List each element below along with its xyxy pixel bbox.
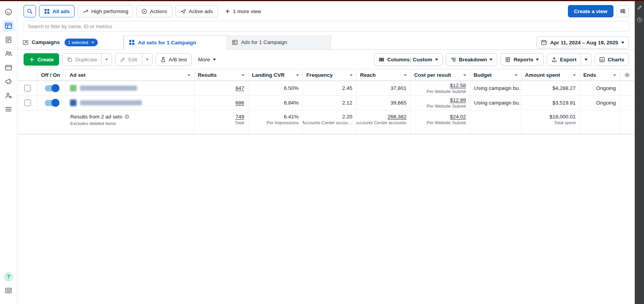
help-icon[interactable]: ? [3, 271, 14, 282]
breakdown-button[interactable]: Breakdown [446, 53, 498, 66]
history-clock-icon[interactable] [636, 17, 643, 23]
adsets-table: Off / On Ad set Results Landing CVR Freq… [18, 69, 635, 134]
cost-link[interactable]: $12.58 [450, 83, 466, 88]
table-header-row: Off / On Ad set Results Landing CVR Freq… [18, 69, 635, 81]
column-header-cost-per-result[interactable]: Cost per result [411, 69, 470, 81]
adset-name-cell[interactable] [66, 96, 194, 110]
sort-caret-icon [296, 74, 299, 76]
clear-selection-icon[interactable]: × [91, 40, 94, 45]
edit-dropdown-button[interactable] [142, 53, 153, 66]
account-smiley-icon[interactable] [3, 6, 14, 18]
charts-label: Charts [608, 57, 624, 62]
adset-name-redacted [80, 86, 137, 91]
edit-split: Edit [115, 53, 152, 66]
sort-caret-icon [241, 74, 245, 76]
account-settings-person-icon[interactable] [3, 90, 14, 101]
ads-manager-table-icon[interactable] [3, 20, 14, 32]
cost-link[interactable]: $12.89 [450, 97, 466, 103]
edit-panel-pencil-icon[interactable] [636, 4, 643, 11]
tab-ad-sets[interactable]: Ad sets for 1 Campaign [124, 35, 227, 50]
audiences-people-icon[interactable] [3, 48, 14, 59]
amount-spent-cell: $3,519.91 [522, 96, 580, 110]
column-header-landing-cvr[interactable]: Landing CVR [248, 69, 303, 81]
more-views-button[interactable]: 1 more view [221, 5, 265, 17]
sort-caret-icon [463, 74, 466, 76]
news-icon[interactable] [3, 285, 14, 296]
column-header-reach[interactable]: Reach [357, 69, 411, 81]
promotions-megaphone-icon[interactable] [3, 76, 14, 87]
summary-results-cell: 749 Total [194, 110, 248, 134]
charts-button[interactable]: Charts [595, 53, 629, 66]
view-pill-active-ads[interactable]: Active ads [175, 5, 218, 17]
summary-cost-link[interactable]: $24.02 [450, 114, 466, 120]
date-range-picker[interactable]: Apr 11, 2024 – Aug 19, 2025 [536, 36, 629, 49]
column-header-frequency[interactable]: Frequency [303, 69, 357, 81]
views-bar: All ads High performing Actions Active a… [18, 1, 635, 21]
frequency-cell: 2.12 [303, 96, 357, 110]
selected-count-badge[interactable]: 1 selected × [65, 39, 98, 46]
summary-spent-cell: $18,000.01 Total spent [522, 110, 580, 134]
column-header-ad-set[interactable]: Ad set [66, 69, 194, 81]
more-views-label: 1 more view [233, 8, 261, 14]
report-icon [505, 57, 511, 62]
header-select-all[interactable] [18, 69, 37, 81]
filter-search-input[interactable] [24, 21, 629, 32]
adset-toggle[interactable] [45, 85, 59, 91]
more-button[interactable]: More [195, 53, 219, 66]
create-view-button[interactable]: Create a view [568, 5, 613, 17]
sort-caret-icon [187, 74, 190, 76]
edit-button[interactable]: Edit [115, 53, 142, 66]
duplicate-button[interactable]: Duplicate [62, 53, 102, 66]
create-button[interactable]: Create [24, 53, 59, 66]
row-checkbox[interactable] [24, 85, 31, 91]
export-dropdown-button[interactable] [581, 53, 591, 66]
results-link[interactable]: 847 [235, 85, 244, 91]
results-cell: 847 [194, 81, 248, 96]
summary-ends-cell [580, 110, 620, 134]
export-button[interactable]: Export [547, 53, 581, 66]
breakdown-icon [450, 57, 456, 62]
right-panel-strip [635, 1, 644, 304]
billing-card-icon[interactable] [3, 62, 14, 73]
create-label: Create [37, 57, 54, 62]
summary-results-sub: Total [235, 120, 244, 125]
column-header-amount-spent[interactable]: Amount spent [522, 69, 580, 81]
summary-reach-link[interactable]: 266,382 [387, 114, 406, 120]
adset-name-cell[interactable] [66, 81, 194, 96]
view-settings-button[interactable] [617, 5, 629, 17]
ab-test-button[interactable]: A/B test [156, 53, 192, 66]
column-header-ends[interactable]: Ends [580, 69, 620, 81]
help-glyph: ? [4, 272, 14, 282]
breakdown-label: Breakdown [459, 57, 487, 62]
send-icon [180, 8, 186, 14]
column-settings-button[interactable] [620, 69, 634, 81]
level-tabs: Campaigns 1 selected × Ad sets for 1 Cam… [18, 35, 635, 50]
duplicate-dropdown-button[interactable] [102, 53, 112, 66]
info-icon[interactable] [124, 114, 129, 119]
tab-campaigns[interactable]: Campaigns 1 selected × [18, 35, 124, 49]
tab-ads[interactable]: Ads for 1 Campaign [227, 35, 331, 49]
search-button[interactable] [24, 5, 36, 17]
search-icon [27, 8, 33, 14]
view-pill-label: Actions [150, 8, 167, 14]
view-pill-actions[interactable]: Actions [136, 5, 172, 17]
date-range-label: Apr 11, 2024 – Aug 19, 2025 [550, 40, 618, 46]
duplicate-split: Duplicate [62, 53, 112, 66]
column-header-budget[interactable]: Budget [470, 69, 522, 81]
export-icon [551, 57, 557, 62]
columns-button[interactable]: Columns: Custom [374, 53, 442, 66]
main-content: All ads High performing Actions Active a… [18, 1, 635, 304]
sort-caret-icon [350, 74, 353, 76]
menu-lines-icon[interactable] [3, 103, 14, 115]
view-pill-high-performing[interactable]: High performing [78, 5, 133, 17]
summary-results-link[interactable]: 749 [235, 114, 244, 120]
cost-per-result-cell: $12.58 Per Website Submit [411, 81, 470, 96]
adset-toggle[interactable] [45, 100, 59, 106]
reports-button[interactable]: Reports [500, 53, 544, 66]
view-pill-all-ads[interactable]: All ads [39, 5, 75, 17]
column-header-results[interactable]: Results [194, 69, 248, 81]
pages-clipboard-icon[interactable] [3, 34, 14, 46]
adset-name-redacted [80, 100, 142, 105]
results-link[interactable]: 686 [235, 100, 244, 106]
row-checkbox[interactable] [24, 100, 31, 106]
